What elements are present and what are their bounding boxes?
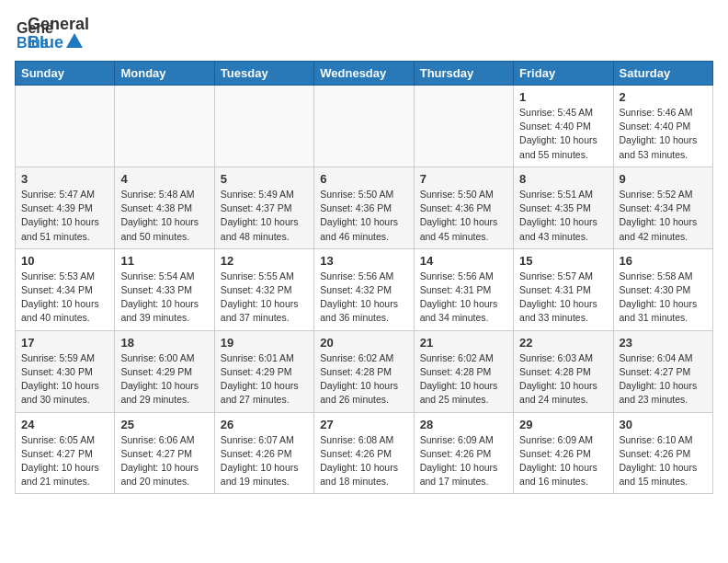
calendar-table: SundayMondayTuesdayWednesdayThursdayFrid… <box>15 61 713 494</box>
day-number: 7 <box>420 172 507 186</box>
day-info: Sunrise: 5:52 AM Sunset: 4:34 PM Dayligh… <box>620 188 707 244</box>
calendar-week-row: 24Sunrise: 6:05 AM Sunset: 4:27 PM Dayli… <box>16 412 713 494</box>
logo: General Blue General Blue <box>15 15 89 53</box>
day-info: Sunrise: 6:02 AM Sunset: 4:28 PM Dayligh… <box>420 351 507 408</box>
day-number: 26 <box>221 418 308 431</box>
day-info: Sunrise: 6:06 AM Sunset: 4:27 PM Dayligh… <box>120 433 208 489</box>
calendar-day-cell: 5Sunrise: 5:49 AM Sunset: 4:37 PM Daylig… <box>214 167 313 248</box>
day-info: Sunrise: 5:58 AM Sunset: 4:30 PM Dayligh… <box>620 270 707 326</box>
calendar-day-cell <box>214 86 313 167</box>
calendar-day-cell: 14Sunrise: 5:56 AM Sunset: 4:31 PM Dayli… <box>414 248 513 330</box>
day-number: 21 <box>420 336 507 350</box>
day-info: Sunrise: 5:55 AM Sunset: 4:32 PM Dayligh… <box>221 270 308 326</box>
day-info: Sunrise: 5:54 AM Sunset: 4:33 PM Dayligh… <box>120 270 208 326</box>
calendar-week-row: 1Sunrise: 5:45 AM Sunset: 4:40 PM Daylig… <box>16 86 713 167</box>
calendar-header-row: SundayMondayTuesdayWednesdayThursdayFrid… <box>16 62 713 86</box>
day-number: 11 <box>120 254 208 268</box>
day-number: 19 <box>221 336 308 350</box>
weekday-header-saturday: Saturday <box>613 62 712 86</box>
day-number: 22 <box>519 336 607 350</box>
day-number: 20 <box>320 336 407 350</box>
calendar-day-cell: 1Sunrise: 5:45 AM Sunset: 4:40 PM Daylig… <box>514 86 613 167</box>
weekday-header-friday: Friday <box>514 62 613 86</box>
calendar-day-cell: 30Sunrise: 6:10 AM Sunset: 4:26 PM Dayli… <box>613 412 712 494</box>
calendar-day-cell: 11Sunrise: 5:54 AM Sunset: 4:33 PM Dayli… <box>115 248 214 330</box>
day-number: 3 <box>21 172 108 186</box>
day-number: 28 <box>420 418 507 431</box>
day-number: 30 <box>620 418 707 431</box>
day-number: 25 <box>120 418 208 431</box>
calendar-body: 1Sunrise: 5:45 AM Sunset: 4:40 PM Daylig… <box>16 86 713 494</box>
day-info: Sunrise: 5:53 AM Sunset: 4:34 PM Dayligh… <box>21 270 108 326</box>
calendar-day-cell: 28Sunrise: 6:09 AM Sunset: 4:26 PM Dayli… <box>414 412 513 494</box>
calendar-week-row: 3Sunrise: 5:47 AM Sunset: 4:39 PM Daylig… <box>16 167 713 248</box>
calendar-day-cell: 22Sunrise: 6:03 AM Sunset: 4:28 PM Dayli… <box>514 330 613 412</box>
day-number: 24 <box>21 418 108 431</box>
calendar-day-cell: 16Sunrise: 5:58 AM Sunset: 4:30 PM Dayli… <box>613 248 712 330</box>
logo-blue: Blue <box>28 34 63 52</box>
calendar-day-cell: 10Sunrise: 5:53 AM Sunset: 4:34 PM Dayli… <box>16 248 115 330</box>
calendar-day-cell <box>414 86 513 167</box>
day-info: Sunrise: 5:50 AM Sunset: 4:36 PM Dayligh… <box>420 188 507 244</box>
day-info: Sunrise: 6:09 AM Sunset: 4:26 PM Dayligh… <box>519 433 607 489</box>
calendar-day-cell <box>314 86 414 167</box>
calendar-week-row: 17Sunrise: 5:59 AM Sunset: 4:30 PM Dayli… <box>16 330 713 412</box>
calendar-day-cell: 4Sunrise: 5:48 AM Sunset: 4:38 PM Daylig… <box>115 167 214 248</box>
day-info: Sunrise: 6:10 AM Sunset: 4:26 PM Dayligh… <box>620 433 707 489</box>
weekday-header-thursday: Thursday <box>414 62 513 86</box>
day-number: 27 <box>320 418 407 431</box>
day-number: 2 <box>620 90 707 104</box>
day-number: 29 <box>519 418 607 431</box>
day-info: Sunrise: 6:02 AM Sunset: 4:28 PM Dayligh… <box>320 351 407 408</box>
calendar-day-cell: 20Sunrise: 6:02 AM Sunset: 4:28 PM Dayli… <box>314 330 414 412</box>
day-number: 12 <box>221 254 308 268</box>
calendar-day-cell: 27Sunrise: 6:08 AM Sunset: 4:26 PM Dayli… <box>314 412 414 494</box>
day-info: Sunrise: 6:04 AM Sunset: 4:27 PM Dayligh… <box>620 351 707 408</box>
day-info: Sunrise: 6:03 AM Sunset: 4:28 PM Dayligh… <box>519 351 607 408</box>
day-number: 1 <box>519 90 607 104</box>
calendar-day-cell: 23Sunrise: 6:04 AM Sunset: 4:27 PM Dayli… <box>613 330 712 412</box>
day-number: 13 <box>320 254 407 268</box>
calendar-day-cell: 29Sunrise: 6:09 AM Sunset: 4:26 PM Dayli… <box>514 412 613 494</box>
calendar-day-cell: 26Sunrise: 6:07 AM Sunset: 4:26 PM Dayli… <box>214 412 313 494</box>
day-info: Sunrise: 5:51 AM Sunset: 4:35 PM Dayligh… <box>519 188 607 244</box>
day-info: Sunrise: 5:47 AM Sunset: 4:39 PM Dayligh… <box>21 188 108 244</box>
day-info: Sunrise: 5:59 AM Sunset: 4:30 PM Dayligh… <box>21 351 108 408</box>
day-info: Sunrise: 5:48 AM Sunset: 4:38 PM Dayligh… <box>120 188 208 244</box>
day-number: 4 <box>120 172 208 186</box>
day-info: Sunrise: 5:56 AM Sunset: 4:32 PM Dayligh… <box>320 270 407 326</box>
day-info: Sunrise: 6:07 AM Sunset: 4:26 PM Dayligh… <box>221 433 308 489</box>
logo-triangle-icon <box>66 33 83 48</box>
day-number: 9 <box>620 172 707 186</box>
day-number: 6 <box>320 172 407 186</box>
day-info: Sunrise: 5:57 AM Sunset: 4:31 PM Dayligh… <box>519 270 607 326</box>
day-info: Sunrise: 6:08 AM Sunset: 4:26 PM Dayligh… <box>320 433 407 489</box>
day-number: 8 <box>519 172 607 186</box>
weekday-header-sunday: Sunday <box>16 62 115 86</box>
calendar-day-cell: 25Sunrise: 6:06 AM Sunset: 4:27 PM Dayli… <box>115 412 214 494</box>
day-number: 14 <box>420 254 507 268</box>
day-info: Sunrise: 5:45 AM Sunset: 4:40 PM Dayligh… <box>519 106 607 162</box>
weekday-header-monday: Monday <box>115 62 214 86</box>
calendar-day-cell: 13Sunrise: 5:56 AM Sunset: 4:32 PM Dayli… <box>314 248 414 330</box>
calendar-day-cell: 2Sunrise: 5:46 AM Sunset: 4:40 PM Daylig… <box>613 86 712 167</box>
day-info: Sunrise: 6:01 AM Sunset: 4:29 PM Dayligh… <box>221 351 308 408</box>
day-info: Sunrise: 6:05 AM Sunset: 4:27 PM Dayligh… <box>21 433 108 489</box>
calendar-day-cell: 6Sunrise: 5:50 AM Sunset: 4:36 PM Daylig… <box>314 167 414 248</box>
day-number: 5 <box>221 172 308 186</box>
day-info: Sunrise: 5:56 AM Sunset: 4:31 PM Dayligh… <box>420 270 507 326</box>
calendar-day-cell: 8Sunrise: 5:51 AM Sunset: 4:35 PM Daylig… <box>514 167 613 248</box>
day-number: 15 <box>519 254 607 268</box>
day-info: Sunrise: 6:00 AM Sunset: 4:29 PM Dayligh… <box>120 351 208 408</box>
day-number: 17 <box>21 336 108 350</box>
weekday-header-wednesday: Wednesday <box>314 62 414 86</box>
day-number: 10 <box>21 254 108 268</box>
weekday-header-tuesday: Tuesday <box>214 62 313 86</box>
logo-general: General <box>28 16 89 34</box>
calendar-day-cell <box>115 86 214 167</box>
day-info: Sunrise: 5:49 AM Sunset: 4:37 PM Dayligh… <box>221 188 308 244</box>
day-number: 18 <box>120 336 208 350</box>
calendar-day-cell: 3Sunrise: 5:47 AM Sunset: 4:39 PM Daylig… <box>16 167 115 248</box>
calendar-day-cell: 9Sunrise: 5:52 AM Sunset: 4:34 PM Daylig… <box>613 167 712 248</box>
calendar-day-cell <box>16 86 115 167</box>
